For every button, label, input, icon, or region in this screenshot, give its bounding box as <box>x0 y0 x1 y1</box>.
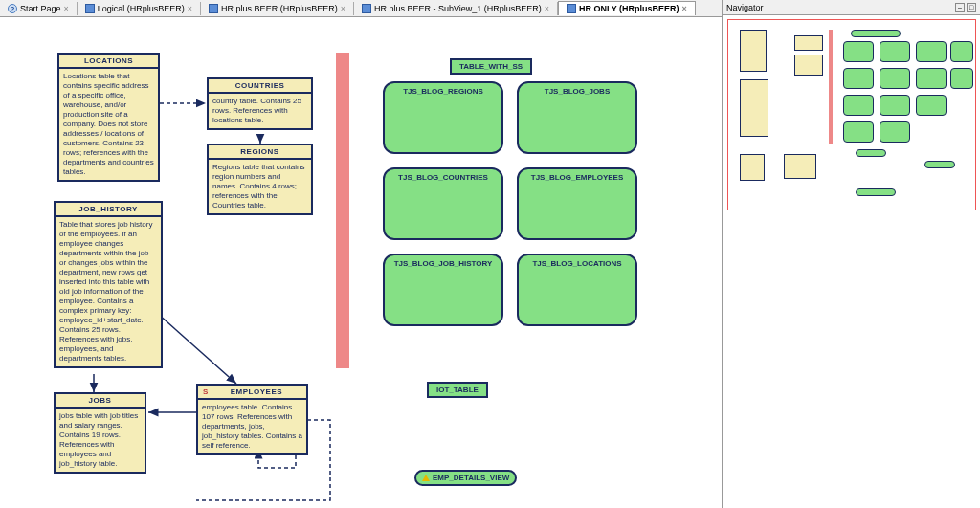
maximize-button[interactable]: □ <box>967 3 976 12</box>
diagram-icon <box>209 4 218 13</box>
entity-title: REGIONS <box>209 145 311 160</box>
navigator-thumbnail[interactable] <box>727 19 976 210</box>
entity-title: COUNTRIES <box>209 79 311 94</box>
close-icon[interactable]: × <box>341 4 345 13</box>
box-tjs-blog-job-history[interactable]: TJS_BLOG_JOB_HISTORY <box>383 254 503 326</box>
warning-icon <box>422 475 430 481</box>
tab-label: HR plus BEER - SubView_1 (HRplusBEER) <box>374 4 542 13</box>
tab-hr-plus-beer[interactable]: HR plus BEER (HRplusBEER) × <box>201 2 354 15</box>
entity-body: employees table. Contains 107 rows. Refe… <box>198 400 306 453</box>
help-icon: ? <box>8 4 17 13</box>
tab-start-page[interactable]: ? Start Page × <box>0 2 78 15</box>
entity-body: country table. Contains 25 rows. Referen… <box>209 94 311 128</box>
box-tjs-blog-locations[interactable]: TJS_BLOG_LOCATIONS <box>517 254 637 326</box>
tab-label: HR ONLY (HRplusBEER) <box>579 4 679 13</box>
entity-countries[interactable]: COUNTRIES country table. Contains 25 row… <box>207 77 313 130</box>
entity-job-history[interactable]: JOB_HISTORY Table that stores job histor… <box>54 201 163 368</box>
label: EMP_DETAILS_VIEW <box>433 474 509 482</box>
entity-title: JOB_HISTORY <box>56 203 161 217</box>
tab-label: HR plus BEER (HRplusBEER) <box>221 4 338 13</box>
navigator-title: Navigator <box>726 3 764 12</box>
entity-title: LOCATIONS <box>59 55 158 69</box>
entity-title: JOBS <box>56 394 145 409</box>
box-emp-details-view[interactable]: EMP_DETAILS_VIEW <box>414 470 517 486</box>
diagram-icon <box>85 4 95 13</box>
entity-body: jobs table with job titles and salary ra… <box>56 409 145 472</box>
entity-title: SEMPLOYEES <box>198 386 306 400</box>
box-tjs-blog-employees[interactable]: TJS_BLOG_EMPLOYEES <box>517 167 637 240</box>
tab-hr-only[interactable]: HR ONLY (HRplusBEER) × <box>558 1 696 15</box>
close-icon[interactable]: × <box>545 4 549 13</box>
divider-red <box>336 53 349 368</box>
close-icon[interactable]: × <box>64 4 69 13</box>
svg-line-3 <box>158 314 236 384</box>
entity-employees[interactable]: SEMPLOYEES employees table. Contains 107… <box>196 384 308 455</box>
tab-subview[interactable]: HR plus BEER - SubView_1 (HRplusBEER) × <box>354 2 558 15</box>
close-icon[interactable]: × <box>188 4 192 13</box>
entity-body: Regions table that contains region numbe… <box>209 160 311 213</box>
diagram-icon <box>567 4 576 13</box>
entity-regions[interactable]: REGIONS Regions table that contains regi… <box>207 144 313 215</box>
entity-body: Locations table that contains specific a… <box>59 69 158 180</box>
entity-jobs[interactable]: JOBS jobs table with job titles and sala… <box>54 392 146 474</box>
tab-bar: ? Start Page × Logical (HRplusBEER) × HR… <box>0 0 722 17</box>
minimize-button[interactable]: – <box>955 3 965 12</box>
navigator-header: Navigator – □ <box>723 0 980 15</box>
tab-label: Logical (HRplusBEER) <box>98 4 185 13</box>
entity-locations[interactable]: LOCATIONS Locations table that contains … <box>57 53 160 182</box>
tab-logical[interactable]: Logical (HRplusBEER) × <box>78 2 201 15</box>
diagram-canvas[interactable]: LOCATIONS Locations table that contains … <box>0 17 722 508</box>
tab-label: Start Page <box>20 4 61 13</box>
section-table-with-ss: TABLE_WITH_SS <box>450 58 532 75</box>
section-iot-table: IOT_TABLE <box>427 382 488 398</box>
navigator-panel: Navigator – □ <box>722 0 980 508</box>
close-icon[interactable]: × <box>682 4 687 13</box>
box-tjs-blog-jobs[interactable]: TJS_BLOG_JOBS <box>517 81 637 154</box>
box-tjs-blog-countries[interactable]: TJS_BLOG_COUNTRIES <box>383 167 503 240</box>
entity-body: Table that stores job history of the emp… <box>56 217 161 366</box>
diagram-icon <box>362 4 371 13</box>
box-tjs-blog-regions[interactable]: TJS_BLOG_REGIONS <box>383 81 503 154</box>
